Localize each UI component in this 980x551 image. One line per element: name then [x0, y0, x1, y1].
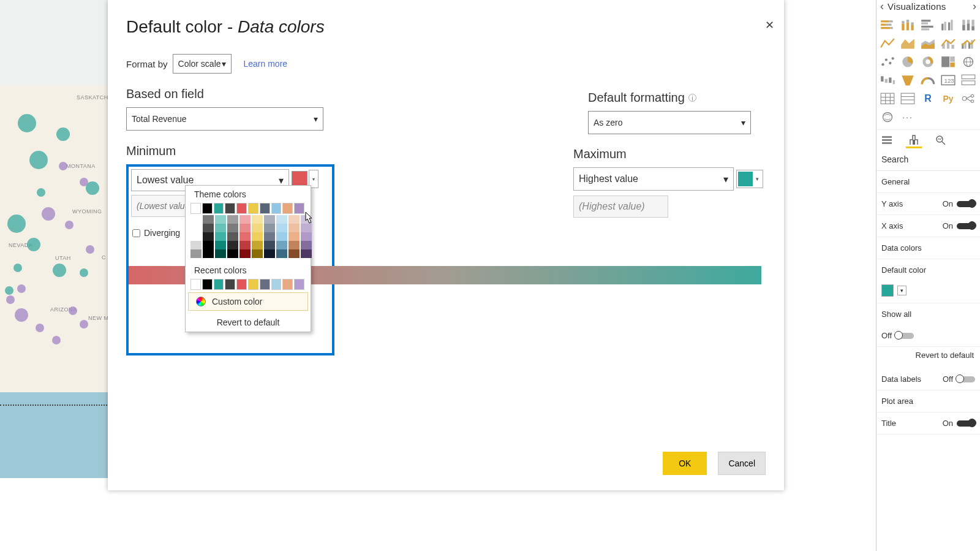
fields-tab-icon[interactable] [879, 132, 895, 148]
color-shade-swatch[interactable] [276, 241, 287, 249]
color-shade-swatch[interactable] [264, 232, 275, 241]
color-shade-swatch[interactable] [264, 249, 275, 258]
treemap-icon[interactable] [940, 55, 957, 69]
close-icon[interactable]: ✕ [765, 18, 774, 32]
custom-color-button[interactable]: Custom color [188, 292, 308, 311]
color-shade-swatch[interactable] [215, 241, 226, 249]
color-shade-swatch[interactable] [190, 241, 202, 249]
color-shade-swatch[interactable] [288, 249, 300, 258]
plot-area-section[interactable]: Plot area [876, 390, 980, 412]
stacked-column-chart-icon[interactable] [899, 18, 916, 32]
format-tab-icon[interactable] [906, 132, 922, 148]
table-icon[interactable] [899, 91, 916, 106]
color-shade-swatch[interactable] [215, 224, 226, 232]
color-shade-swatch[interactable] [227, 232, 238, 241]
data-labels-row[interactable]: Data labels Off [876, 368, 980, 390]
general-section[interactable]: General [876, 171, 980, 193]
stacked-area-chart-icon[interactable] [919, 36, 937, 51]
color-shade-swatch[interactable] [227, 215, 238, 224]
color-shade-swatch[interactable] [264, 241, 275, 249]
color-shade-swatch[interactable] [276, 232, 287, 241]
color-shade-swatch[interactable] [239, 241, 251, 249]
color-shade-swatch[interactable] [252, 224, 263, 232]
map-icon[interactable] [960, 55, 977, 69]
data-colors-section[interactable]: Data colors [876, 237, 980, 259]
color-swatch[interactable] [225, 279, 235, 290]
maximum-color-well[interactable]: ▾ [736, 170, 763, 188]
color-shade-swatch[interactable] [203, 215, 214, 224]
cancel-button[interactable]: Cancel [718, 452, 766, 475]
based-on-field-select[interactable]: Total Revenue ▾ [126, 107, 323, 131]
color-shade-swatch[interactable] [252, 232, 263, 241]
r-visual-icon[interactable]: R [919, 91, 937, 106]
maximum-select[interactable]: Highest value ▾ [573, 167, 734, 191]
color-shade-swatch[interactable] [215, 249, 226, 258]
color-swatch[interactable] [248, 279, 258, 290]
color-shade-swatch[interactable] [276, 224, 287, 232]
area-chart-icon[interactable] [899, 36, 916, 51]
toggle-on-icon[interactable] [957, 420, 975, 427]
caret-down-icon[interactable]: ▾ [897, 286, 907, 295]
color-shade-swatch[interactable] [239, 249, 251, 258]
color-shade-swatch[interactable] [301, 215, 312, 224]
color-swatch[interactable] [190, 279, 201, 290]
more-visuals-icon[interactable]: ··· [899, 110, 916, 124]
donut-chart-icon[interactable] [919, 55, 937, 69]
gauge-chart-icon[interactable] [919, 73, 937, 88]
color-shade-swatch[interactable] [190, 224, 202, 232]
default-color-control[interactable]: ▾ [876, 281, 980, 303]
color-shade-swatch[interactable] [264, 224, 275, 232]
color-shade-swatch[interactable] [239, 215, 251, 224]
color-shade-swatch[interactable] [301, 249, 312, 258]
line-stacked-column-icon[interactable] [940, 36, 957, 51]
line-clustered-column-icon[interactable] [960, 36, 977, 51]
color-shade-swatch[interactable] [301, 232, 312, 241]
search-input[interactable]: Search [876, 151, 980, 171]
color-shade-swatch[interactable] [301, 224, 312, 232]
color-swatch[interactable] [236, 279, 247, 290]
color-shade-swatch[interactable] [288, 215, 300, 224]
color-swatch[interactable] [282, 203, 293, 214]
clustered-bar-chart-icon[interactable] [919, 18, 937, 32]
color-shade-swatch[interactable] [227, 249, 238, 258]
color-swatch[interactable] [271, 279, 282, 290]
toggle-on-icon[interactable] [957, 223, 975, 229]
color-shade-swatch[interactable] [215, 215, 226, 224]
toggle-off-icon[interactable] [957, 376, 975, 382]
color-swatch[interactable] [282, 279, 293, 290]
waterfall-chart-icon[interactable] [879, 73, 896, 88]
key-influencers-icon[interactable] [960, 91, 977, 106]
color-shade-swatch[interactable] [190, 215, 202, 224]
y-axis-row[interactable]: Y axis On [876, 193, 980, 215]
revert-to-default-button[interactable]: Revert to default [188, 313, 308, 332]
diverging-checkbox[interactable] [132, 229, 140, 237]
color-shade-swatch[interactable] [203, 232, 214, 241]
toggle-on-icon[interactable] [957, 201, 975, 207]
color-swatch[interactable] [260, 279, 270, 290]
color-swatch[interactable] [202, 203, 213, 214]
card-icon[interactable]: 123 [940, 73, 957, 88]
color-shade-swatch[interactable] [264, 215, 275, 224]
color-shade-swatch[interactable] [288, 232, 300, 241]
default-formatting-select[interactable]: As zero ▾ [588, 111, 751, 134]
color-swatch[interactable] [202, 279, 213, 290]
color-shade-swatch[interactable] [227, 241, 238, 249]
color-swatch[interactable] [214, 279, 224, 290]
color-shade-swatch[interactable] [288, 241, 300, 249]
line-chart-icon[interactable] [879, 36, 896, 51]
color-shade-swatch[interactable] [252, 215, 263, 224]
color-swatch[interactable] [248, 203, 258, 214]
color-swatch[interactable] [260, 203, 270, 214]
color-shade-swatch[interactable] [203, 224, 214, 232]
hundred-stacked-column-icon[interactable] [960, 18, 977, 32]
color-shade-swatch[interactable] [227, 224, 238, 232]
color-shade-swatch[interactable] [190, 232, 202, 241]
color-shade-swatch[interactable] [276, 215, 287, 224]
color-shade-swatch[interactable] [252, 249, 263, 258]
python-visual-icon[interactable]: Py [940, 91, 957, 106]
revert-to-default-link[interactable]: Revert to default [876, 347, 980, 368]
color-shade-swatch[interactable] [239, 224, 251, 232]
scatter-chart-icon[interactable] [879, 55, 896, 69]
title-row[interactable]: Title On [876, 412, 980, 435]
color-shade-swatch[interactable] [215, 232, 226, 241]
